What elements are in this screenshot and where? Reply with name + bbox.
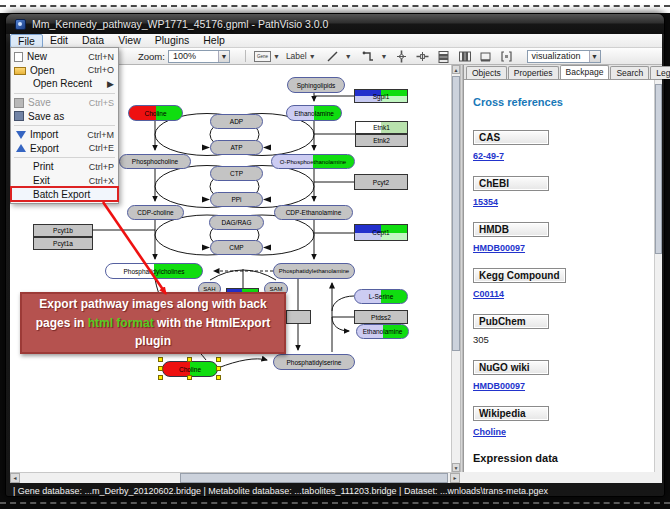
import-icon [16, 131, 26, 139]
file-menu-item-exit[interactable]: ExitCtrl+X [11, 174, 118, 188]
xref-section-pubchem: PubChem305 [473, 314, 654, 347]
pathway-node-sgpl1[interactable]: Sgpl1 [354, 89, 408, 103]
pathway-node-phosphatidylethanolamine[interactable]: Phosphatidylethanolamine [273, 263, 355, 279]
scroll-left-icon[interactable]: ◄ [10, 473, 20, 483]
canvas-vertical-scrollbar[interactable]: ▲ ▼ [451, 65, 460, 472]
connector-tool-button[interactable]: ▼ [356, 49, 390, 64]
menu-item-label: Import [30, 129, 87, 140]
distribute-icon[interactable] [479, 50, 492, 63]
scroll-up-icon[interactable]: ▲ [452, 65, 460, 74]
xref-value-chebi[interactable]: 15354 [473, 197, 498, 207]
pathway-node-cdp-choline[interactable]: CDP-choline [127, 205, 184, 220]
pathway-node-l-serine[interactable]: L-Serine [354, 289, 408, 304]
pathway-node-ptdss2[interactable]: Ptdss2 [354, 310, 408, 324]
gene-datanode-button[interactable]: Gene ▼ [252, 49, 282, 64]
file-menu-item-import[interactable]: ImportCtrl+M [11, 128, 118, 142]
pathway-node-sphingolipids[interactable]: Sphingolipids [287, 77, 345, 93]
file-menu-item-save[interactable]: SaveCtrl+S [11, 96, 118, 110]
selection-handle[interactable] [216, 366, 221, 371]
pathway-node-pcyt1b[interactable]: Pcyt1b [33, 224, 93, 237]
chevron-down-icon[interactable]: ▼ [309, 53, 316, 60]
stack-horizontal-icon[interactable] [458, 50, 471, 63]
xref-value-kegg-compound[interactable]: C00114 [473, 289, 504, 299]
xref-value-wikipedia[interactable]: Choline [473, 427, 506, 437]
scrollbar-thumb[interactable] [452, 76, 460, 351]
panel-vertical-scrollbar[interactable] [654, 80, 662, 472]
pathway-node-cdp-ethanolamine[interactable]: CDP-Ethanolamine [274, 205, 353, 220]
file-menu-item-new[interactable]: NewCtrl+N [11, 50, 118, 64]
scrollbar-thumb[interactable] [655, 84, 662, 254]
canvas-horizontal-scrollbar[interactable]: ◄ ► [10, 472, 460, 483]
xref-value-cas[interactable]: 62-49-7 [473, 151, 504, 161]
pathway-node-cmp[interactable]: CMP [210, 240, 263, 255]
pathway-node-etnk1[interactable]: Etnk1 [355, 121, 408, 134]
align-vertical-center-icon[interactable] [395, 50, 408, 63]
menu-item-plugins[interactable]: Plugins [148, 34, 196, 47]
chevron-down-icon[interactable]: ▼ [589, 51, 600, 62]
xref-value-hmdb[interactable]: HMDB00097 [473, 243, 525, 253]
visualization-combobox[interactable]: visualization ▼ [527, 50, 601, 63]
pathway-node-ctp[interactable]: CTP [210, 166, 263, 181]
file-menu-item-save-as[interactable]: Save as [11, 109, 118, 123]
pathway-node-ppi[interactable]: PPi [210, 192, 263, 207]
file-menu-item-open[interactable]: OpenCtrl+O [11, 64, 118, 78]
chevron-down-icon[interactable]: ▼ [381, 53, 388, 60]
pathway-node-phosphatidylserine[interactable]: Phosphatidylserine [273, 354, 355, 370]
selection-handle[interactable] [158, 357, 163, 362]
menu-item-view[interactable]: View [111, 34, 148, 47]
selection-handle[interactable] [187, 357, 192, 362]
selection-handle[interactable] [158, 375, 163, 380]
menu-item-help[interactable]: Help [196, 34, 232, 47]
file-menu-item-print[interactable]: PrintCtrl+P [11, 160, 118, 174]
file-menu-item-export[interactable]: ExportCtrl+E [11, 142, 118, 156]
app-icon [15, 19, 26, 30]
pathway-node-o-phosphoethanolamine[interactable]: O-Phosphoethanolamine [271, 154, 355, 169]
group-icon[interactable] [500, 50, 513, 63]
pathway-node-etnk2[interactable]: Etnk2 [355, 134, 408, 147]
menu-item-data[interactable]: Data [75, 34, 111, 47]
pathway-node-cept1[interactable]: Cept1 [354, 224, 408, 241]
pathway-node-dag-rag[interactable]: DAG/RAG [209, 215, 264, 230]
export-icon [16, 144, 26, 152]
tab-properties[interactable]: Properties [508, 66, 559, 79]
pathway-node-pcyt1a[interactable]: Pcyt1a [33, 237, 93, 250]
pathway-node-atp[interactable]: ATP [210, 140, 263, 155]
selection-handle[interactable] [216, 357, 221, 362]
selection-handle[interactable] [187, 375, 192, 380]
chevron-down-icon[interactable]: ▼ [218, 51, 229, 62]
pathway-node-ethanolamine-bottom[interactable]: Ethanolamine [356, 324, 409, 339]
stack-vertical-icon[interactable] [437, 50, 450, 63]
label-tool-button[interactable]: Label ▼ [284, 49, 318, 64]
title-bar[interactable]: Mm_Kennedy_pathway_WP1771_45176.gpml - P… [6, 14, 664, 34]
xref-value-nugo-wiki[interactable]: HMDB00097 [473, 381, 525, 391]
menu-item-label: Batch Export [33, 189, 114, 200]
tab-objects[interactable]: Objects [466, 66, 507, 79]
chevron-down-icon[interactable]: ▼ [345, 53, 352, 60]
pathway-node-phosphatidylcholines[interactable]: Phosphatidylcholines [105, 263, 203, 279]
pathway-node-phosphocholine[interactable]: Phosphocholine [119, 154, 191, 169]
pathway-node-adp[interactable]: ADP [210, 114, 263, 129]
scroll-down-icon[interactable]: ▼ [452, 463, 460, 472]
menu-item-shortcut: Ctrl+S [89, 98, 114, 108]
file-menu-item-batch-export[interactable]: Batch Export [11, 187, 118, 201]
tab-search[interactable]: Search [610, 66, 649, 79]
scrollbar-thumb[interactable] [180, 473, 448, 483]
tab-backpage[interactable]: Backpage [560, 65, 610, 79]
pathway-node-pcyt2[interactable]: Pcyt2 [354, 174, 408, 190]
selection-handle[interactable] [158, 366, 163, 371]
chevron-down-icon[interactable]: ▼ [273, 53, 280, 60]
zoom-combobox[interactable]: 100% ▼ [168, 50, 230, 63]
annotation-callout: Export pathway images along with back pa… [20, 292, 286, 354]
menu-item-file[interactable]: File [10, 34, 43, 48]
pathway-node-choline-top[interactable]: Choline [128, 105, 183, 121]
tab-legend[interactable]: Legend [650, 66, 670, 79]
scroll-right-icon[interactable]: ► [450, 473, 460, 483]
align-horizontal-center-icon[interactable] [416, 50, 429, 63]
pathway-node-ethanolamine-top[interactable]: Ethanolamine [286, 105, 342, 121]
selection-handle[interactable] [216, 375, 221, 380]
line-tool-button[interactable]: ▼ [320, 49, 354, 64]
menu-item-edit[interactable]: Edit [43, 34, 75, 47]
pathway-node-gene-hidden[interactable] [286, 310, 311, 324]
new-document-icon [14, 52, 23, 62]
file-menu-item-open-recent[interactable]: Open Recent▶ [11, 77, 118, 91]
